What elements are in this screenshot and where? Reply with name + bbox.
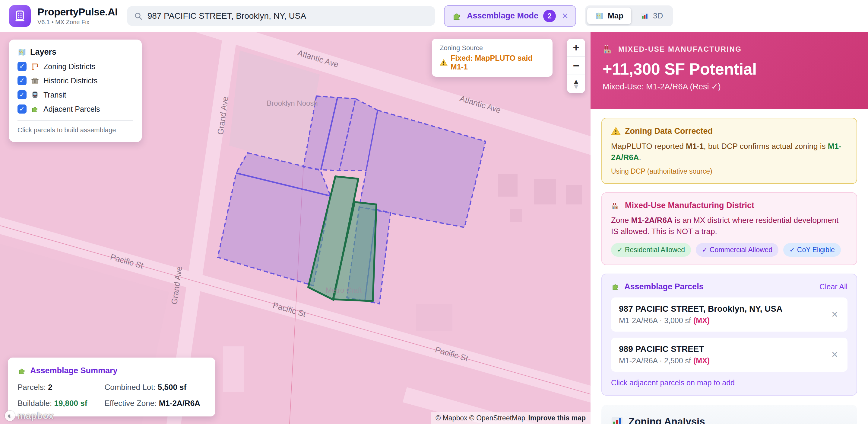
zoning-analysis-title: Zoning Analysis — [628, 416, 705, 424]
layer-label: Historic Districts — [43, 77, 97, 85]
district-zone-value: M1-2A/R6A — [631, 216, 673, 225]
layer-label: Adjacent Parcels — [43, 105, 100, 114]
map-icon — [595, 11, 604, 21]
puzzle-icon — [18, 366, 27, 375]
factory-icon — [602, 44, 614, 55]
mapbox-logo-icon: ◐ — [5, 411, 15, 421]
zoom-out-button[interactable]: − — [567, 57, 585, 75]
checkbox-transit[interactable]: ✓ — [18, 90, 27, 100]
divider — [18, 120, 133, 121]
badge-residential-allowed: ✓ Residential Allowed — [611, 243, 691, 257]
train-icon — [31, 91, 39, 99]
clear-all-button[interactable]: Clear All — [819, 282, 847, 291]
assemblage-parcels-title: Assemblage Parcels — [624, 282, 704, 291]
layers-hint-text: Click parcels to build assemblage — [18, 126, 133, 134]
zoning-correction-alert: Zoning Data Corrected MapPLUTO reported … — [601, 118, 857, 184]
poi-label-brooklyn-noosh: Brooklyn Noosh — [267, 99, 318, 107]
mapbox-logo[interactable]: ◐ mapbox — [5, 411, 54, 421]
puzzle-icon — [611, 282, 620, 291]
improve-this-map-link[interactable]: Improve this map — [528, 414, 586, 422]
puzzle-icon — [31, 105, 39, 113]
tab-3d-view[interactable]: 3D — [632, 7, 671, 24]
map-canvas[interactable]: Atlantic Ave Atlantic Ave Grand Ave Gran… — [0, 32, 591, 424]
remove-parcel-icon[interactable]: × — [830, 308, 840, 321]
layer-label: Zoning Districts — [43, 62, 95, 71]
parcel-mx-tag: (MX) — [693, 356, 710, 365]
zoning-analysis-card: Zoning Analysis — [601, 405, 857, 424]
compass-button[interactable]: ▲ ▼ — [567, 75, 585, 93]
old-zone-value: M1-1 — [686, 142, 704, 151]
badge-coy-eligible: ✓ CoY Eligible — [783, 243, 841, 257]
zoning-source-toast: Zoning Source Fixed: MapPLUTO said M1-1 — [432, 39, 553, 77]
checkbox-zoning-districts[interactable]: ✓ — [18, 62, 27, 71]
checkbox-historic-districts[interactable]: ✓ — [18, 76, 27, 85]
building-footprint — [416, 304, 453, 331]
chart-bars-icon — [611, 415, 624, 424]
assemblage-mode-toggle[interactable]: Assemblage Mode 2 × — [444, 5, 576, 27]
potential-headline: +11,300 SF Potential — [602, 59, 856, 78]
propertypulse-app: PropertyPulse.AI V6.1 • MX Zone Fix Asse… — [0, 0, 868, 424]
checkbox-adjacent-parcels[interactable]: ✓ — [18, 105, 27, 114]
analysis-side-panel: MIXED-USE MANUFACTURING +11,300 SF Poten… — [591, 32, 868, 424]
mx-district-card: Mixed-Use Manufacturing District Zone M1… — [601, 192, 857, 265]
building-footprint — [534, 179, 556, 204]
search-icon — [134, 11, 143, 21]
parcel-meta: M1-2A/R6A · 2,500 sf — [619, 356, 691, 365]
layer-row-historic-districts[interactable]: ✓ Historic Districts — [18, 76, 133, 85]
add-parcels-hint: Click adjacent parcels on map to add — [611, 378, 847, 387]
summary-buildable: Buildable: 19,800 sf — [18, 399, 98, 408]
panel-header: MIXED-USE MANUFACTURING +11,300 SF Poten… — [591, 32, 868, 109]
building-footprint — [510, 209, 522, 222]
building-footprint — [223, 346, 244, 392]
map-tab-label: Map — [608, 11, 623, 21]
district-card-body: Zone M1-2A/R6A is an MX district where r… — [611, 215, 847, 237]
badge-commercial-allowed: ✓ Commercial Allowed — [696, 243, 778, 257]
assemblage-mode-label: Assemblage Mode — [467, 11, 538, 21]
layer-row-adjacent-parcels[interactable]: ✓ Adjacent Parcels — [18, 105, 133, 114]
zoning-source-label: Zoning Source — [440, 44, 545, 52]
parcel-meta: M1-2A/R6A · 3,000 sf — [619, 316, 691, 324]
assemblage-summary-title: Assemblage Summary — [30, 366, 118, 375]
summary-parcels: Parcels: 2 — [18, 383, 98, 392]
search-input[interactable] — [148, 11, 428, 21]
correction-title: Zoning Data Corrected — [625, 126, 713, 136]
assemblage-summary-card: Assemblage Summary Parcels: 2 Combined L… — [8, 358, 215, 417]
assemblage-parcels-card: Assemblage Parcels Clear All 987 PACIFIC… — [601, 274, 857, 396]
summary-effective-zone: Effective Zone: M1-2A/R6A — [104, 399, 206, 408]
layers-panel-title: Layers — [30, 48, 56, 57]
search-bar[interactable] — [127, 6, 435, 26]
zone-subline: Mixed-Use: M1-2A/R6A (Resi ✓) — [602, 82, 856, 91]
threed-tab-label: 3D — [653, 11, 663, 21]
zoom-in-button[interactable]: + — [567, 39, 585, 57]
parcel-row-989-pacific[interactable]: 989 PACIFIC STREET M1-2A/R6A · 2,500 sf(… — [611, 338, 847, 372]
building-footprint — [498, 174, 518, 197]
warning-icon — [611, 126, 621, 136]
map-icon — [18, 48, 27, 57]
compass-south-icon: ▼ — [572, 84, 580, 89]
building-icon — [13, 9, 27, 23]
parcel-row-987-pacific[interactable]: 987 PACIFIC STREET, Brooklyn, NY, USA M1… — [611, 298, 847, 332]
panel-body: Zoning Data Corrected MapPLUTO reported … — [591, 109, 868, 424]
poi-label-metro-craft: Metro Craft — [326, 286, 362, 294]
layer-row-zoning-districts[interactable]: ✓ Zoning Districts — [18, 62, 133, 71]
layer-row-transit[interactable]: ✓ Transit — [18, 90, 133, 100]
map-nav-controls: + − ▲ ▼ — [567, 39, 585, 93]
correction-body: MapPLUTO reported M1-1, but DCP confirms… — [611, 141, 847, 163]
parcel-address: 989 PACIFIC STREET — [619, 344, 710, 354]
assemblage-close-icon[interactable]: × — [562, 10, 568, 22]
assemblage-count-badge: 2 — [543, 10, 556, 22]
summary-combined-lot: Combined Lot: 5,500 sf — [104, 383, 206, 392]
warning-icon — [440, 58, 447, 67]
remove-parcel-icon[interactable]: × — [830, 348, 840, 361]
layer-label: Transit — [43, 91, 66, 100]
district-card-title: Mixed-Use Manufacturing District — [625, 201, 754, 210]
top-header: PropertyPulse.AI V6.1 • MX Zone Fix Asse… — [0, 0, 868, 32]
brand: PropertyPulse.AI V6.1 • MX Zone Fix — [9, 5, 127, 27]
tab-map-view[interactable]: Map — [587, 7, 631, 24]
app-title: PropertyPulse.AI — [37, 6, 118, 18]
district-type-badge: MIXED-USE MANUFACTURING — [618, 45, 742, 53]
factory-icon — [611, 201, 621, 210]
bank-icon — [31, 77, 39, 85]
attribution-copyright[interactable]: © Mapbox © OpenStreetMap — [435, 414, 525, 422]
zoning-source-status: Fixed: MapPLUTO said M1-1 — [451, 54, 545, 71]
